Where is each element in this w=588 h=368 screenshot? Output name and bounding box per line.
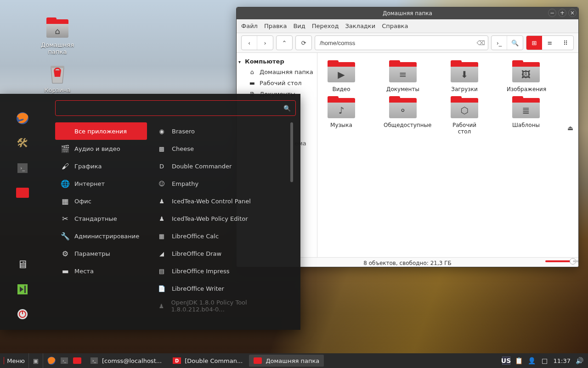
- keyboard-layout[interactable]: US: [502, 356, 510, 365]
- terminal-button[interactable]: ›_: [492, 35, 507, 50]
- category-item[interactable]: Все приложения: [55, 122, 147, 140]
- folder-item[interactable]: ≡Документы: [384, 62, 422, 92]
- files-icon[interactable]: [15, 185, 30, 201]
- shutdown-icon[interactable]: [15, 306, 30, 322]
- sound-icon[interactable]: 🔊: [575, 356, 583, 365]
- category-icon: 🖌: [61, 161, 70, 171]
- category-list: Все приложения🎬Аудио и видео🖌Графика🌐Инт…: [55, 122, 147, 280]
- folder-label: Музыка: [322, 122, 361, 128]
- view-grid-icon[interactable]: ⊞: [526, 35, 542, 50]
- folder-item[interactable]: ≣Шаблоны: [507, 98, 545, 135]
- maximize-icon[interactable]: +: [558, 9, 566, 17]
- folder-item[interactable]: ⚬Общедоступные: [384, 98, 422, 135]
- folder-label: Видео: [322, 86, 361, 92]
- forward-button[interactable]: ›: [257, 35, 273, 50]
- settings-icon[interactable]: 🛠: [15, 135, 30, 151]
- folder-item[interactable]: ⬇Загрузки: [445, 62, 484, 92]
- menu-file[interactable]: Файл: [241, 23, 258, 29]
- clock[interactable]: 11:37: [554, 356, 571, 365]
- category-item[interactable]: 🎬Аудио и видео: [55, 140, 147, 157]
- menu-search[interactable]: 🔍: [55, 100, 296, 116]
- category-item[interactable]: ▬Места: [55, 262, 147, 280]
- folder-icon: ≡: [389, 62, 417, 82]
- app-item[interactable]: ♟OpenJDK 1.8.0 Policy Tool 1.8.0.212.b04…: [153, 297, 296, 315]
- firefox-icon[interactable]: [15, 110, 30, 126]
- category-label: Графика: [74, 163, 102, 170]
- category-label: Интернет: [74, 180, 105, 187]
- desktop-trash[interactable]: Корзина: [34, 63, 80, 93]
- app-icon: D: [157, 161, 166, 171]
- view-list-icon[interactable]: ≡: [542, 35, 558, 50]
- status-text: 8 объектов, свободно: 21,3 ГБ: [363, 260, 452, 266]
- app-item[interactable]: ◉Brasero: [153, 122, 296, 140]
- menu-go[interactable]: Переход: [312, 23, 339, 29]
- scrollbar-thumb[interactable]: [290, 122, 293, 182]
- folder-item[interactable]: ♪Музыка: [322, 98, 361, 135]
- menu-view[interactable]: Вид: [293, 23, 305, 29]
- clipboard-icon[interactable]: 📋: [515, 356, 523, 365]
- app-item[interactable]: ▦LibreOffice Calc: [153, 227, 296, 245]
- app-item[interactable]: ☺Empathy: [153, 175, 296, 192]
- path-clear-icon[interactable]: ⌫: [474, 40, 488, 46]
- logout-icon[interactable]: [15, 282, 30, 297]
- app-item[interactable]: ♟IcedTea-Web Control Panel: [153, 192, 296, 210]
- svg-rect-6: [22, 310, 23, 314]
- sidebar-item-home[interactable]: ⌂Домашняя папка: [238, 66, 315, 77]
- zoom-slider[interactable]: [545, 260, 573, 262]
- desktop-home-folder[interactable]: ⌂ Домашняя папка: [34, 17, 80, 55]
- category-item[interactable]: ⚙Параметры: [55, 245, 147, 262]
- category-item[interactable]: ✂Стандартные: [55, 210, 147, 227]
- file-area[interactable]: ▶Видео≡Документы⬇Загрузки🖼Изображения♪Му…: [317, 53, 578, 257]
- battery-icon[interactable]: □: [541, 356, 549, 365]
- app-item[interactable]: ▩Cheese: [153, 140, 296, 157]
- category-item[interactable]: 🔧Администрирование: [55, 227, 147, 245]
- menu-edit[interactable]: Правка: [264, 23, 287, 29]
- path-input[interactable]: [315, 40, 474, 46]
- up-button[interactable]: ⌃: [277, 35, 292, 50]
- folder-item[interactable]: ▶Видео: [322, 62, 361, 92]
- terminal-icon[interactable]: ›_: [15, 160, 30, 176]
- app-item[interactable]: DDouble Commander: [153, 157, 296, 175]
- search-button[interactable]: 🔍: [507, 35, 523, 50]
- taskbar-task[interactable]: ›_[comss@localhost...: [85, 355, 166, 367]
- folder-item[interactable]: ⬡Рабочий стол: [445, 98, 484, 135]
- ql-terminal-icon[interactable]: ›_: [59, 355, 70, 366]
- taskbar-task[interactable]: Домашняя папка: [249, 355, 324, 367]
- app-item[interactable]: ♟IcedTea-Web Policy Editor: [153, 210, 296, 227]
- app-item[interactable]: ▤LibreOffice Impress: [153, 262, 296, 280]
- folder-label: Документы: [384, 86, 422, 92]
- distro-logo-icon: [4, 357, 4, 364]
- display-settings-icon[interactable]: 🖥: [15, 257, 30, 272]
- app-item[interactable]: ◢LibreOffice Draw: [153, 245, 296, 262]
- category-label: Стандартные: [74, 215, 117, 222]
- window-titlebar[interactable]: Домашняя папка − + ×: [237, 7, 578, 19]
- minimize-icon[interactable]: −: [548, 9, 556, 17]
- back-button[interactable]: ‹: [242, 35, 257, 50]
- app-item[interactable]: ◯Pix: [153, 315, 296, 320]
- close-icon[interactable]: ×: [568, 9, 577, 17]
- window-title: Домашняя папка: [383, 10, 432, 17]
- app-label: LibreOffice Draw: [172, 250, 221, 257]
- user-icon[interactable]: 👤: [528, 356, 536, 365]
- sidebar-item-desktop[interactable]: ▬Рабочий стол: [238, 77, 315, 88]
- menu-button[interactable]: Меню: [0, 353, 28, 368]
- taskbar-task[interactable]: D[Double Comman...: [168, 355, 247, 367]
- app-label: LibreOffice Calc: [172, 233, 219, 240]
- menu-bookmarks[interactable]: Закладки: [345, 23, 375, 29]
- category-item[interactable]: ▦Офис: [55, 192, 147, 210]
- folder-icon: ⬇: [451, 62, 478, 82]
- folder-item[interactable]: 🖼Изображения: [507, 62, 545, 92]
- view-compact-icon[interactable]: ⠿: [558, 35, 573, 50]
- category-item[interactable]: 🌐Интернет: [55, 175, 147, 192]
- menu-help[interactable]: Справка: [382, 23, 408, 29]
- category-item[interactable]: 🖌Графика: [55, 157, 147, 175]
- menu-search-input[interactable]: [60, 105, 283, 112]
- folder-icon: ▶: [328, 62, 355, 82]
- sidebar-header[interactable]: Компьютер: [238, 57, 315, 66]
- show-desktop-button[interactable]: ▣: [28, 353, 43, 368]
- ql-files-icon[interactable]: [72, 355, 83, 366]
- quick-launch: ›_: [43, 355, 85, 366]
- ql-firefox-icon[interactable]: [46, 355, 57, 366]
- app-item[interactable]: 📄LibreOffice Writer: [153, 280, 296, 297]
- reload-button[interactable]: ⟳: [296, 35, 311, 50]
